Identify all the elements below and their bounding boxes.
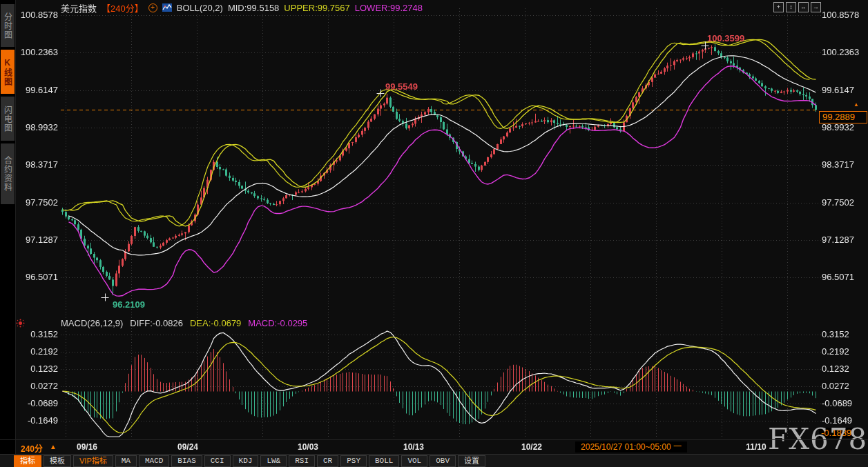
toolbar-button-macd[interactable]: MACD [139, 455, 169, 467]
toolbar-button-kdj[interactable]: KDJ [233, 455, 259, 467]
price-axis-label-right: 99.6147 [822, 85, 854, 95]
swing-high-annotation-1: 99.5549 [385, 81, 418, 92]
indicator-chart-icon[interactable] [162, 3, 172, 12]
toolbar-button-lw&[interactable]: LW& [260, 455, 287, 467]
price-axis-label-right: 97.1287 [822, 235, 854, 245]
price-axis-label-right: 96.5071 [822, 272, 854, 282]
macd-axis-label-left: 0.0272 [15, 381, 58, 391]
price-axis-label-left: 100.8578 [15, 10, 58, 20]
toolbar-button-指标[interactable]: 指标 [14, 455, 41, 467]
toolbar-button-cr[interactable]: CR [317, 455, 338, 467]
toolbar-button-boll[interactable]: BOLL [369, 455, 399, 467]
price-axis-label-left: 98.9932 [15, 122, 58, 132]
scale-x-axis-icon[interactable]: ↔ [798, 2, 809, 12]
toolbar-button-rsi[interactable]: RSI [289, 455, 315, 467]
price-axis-label-right: 98.9932 [822, 122, 854, 132]
date-tick-label: 10/03 [298, 442, 318, 452]
macd-name-label: MACD(26,12,9) [61, 318, 123, 328]
toolbar-button-obv[interactable]: OBV [430, 455, 456, 467]
boll-lower-value: LOWER:99.2748 [355, 3, 423, 13]
chart-type-sidebar: 分时图K线图闪电图合约资料 [0, 0, 16, 467]
macd-axis-label-right: 0.3152 [822, 329, 849, 339]
macd-axis-label-left: 0.3152 [15, 329, 58, 339]
swing-high-annotation-2: 100.3599 [707, 33, 744, 43]
date-tick-label: 10/22 [521, 442, 542, 452]
price-axis-label-left: 100.2363 [15, 47, 58, 57]
price-axis-label-left: 96.5071 [15, 272, 58, 282]
price-marker-icon: ▲ [853, 102, 859, 108]
price-axis-label-right: 98.3717 [822, 159, 854, 170]
time-axis-row: 240分 ▲ 09/1609/2410/0310/1310/2211/10 20… [0, 439, 868, 455]
date-tick-label: 09/24 [177, 442, 198, 452]
date-tick-label: 09/16 [77, 442, 97, 452]
sidebar-tab-1[interactable]: 分时图 [1, 4, 15, 47]
period-selector[interactable]: 240分 [21, 442, 43, 454]
macd-axis-label-left: 0.1232 [15, 364, 58, 374]
macd-axis-label-left: -0.0689 [15, 398, 58, 408]
boll-indicator-label: BOLL(20,2) [177, 3, 223, 13]
period-dropdown-icon[interactable]: ▲ [50, 443, 57, 450]
date-tick-label: 11/10 [746, 442, 766, 452]
instrument-title: 美元指数 [61, 1, 97, 14]
toolbar-button-psy[interactable]: PSY [340, 455, 367, 467]
macd-macd-value: MACD:-0.0295 [248, 318, 307, 328]
macd-dea-value: DEA:-0.0679 [190, 318, 241, 328]
sidebar-tab-3[interactable]: 闪电图 [1, 97, 15, 141]
macd-axis-label-right: -0.0689 [822, 398, 852, 408]
toolbar-button-vip指标[interactable]: VIP指标 [73, 455, 113, 467]
macd-axis-label-right: 0.0272 [822, 381, 849, 391]
price-axis-label-right: 97.7502 [822, 197, 854, 208]
boll-mid-value: MID:99.5158 [228, 3, 279, 13]
price-axis-label-left: 97.7502 [15, 197, 58, 208]
sidebar-tab-2[interactable]: K线图 [1, 50, 15, 94]
price-axis-label-left: 97.1287 [15, 235, 58, 245]
macd-axis-label-right: 0.1232 [822, 364, 849, 374]
macd-axis-label-left: -0.1649 [15, 415, 58, 426]
date-tick-label: 10/13 [403, 442, 424, 452]
toolbar-button-ma[interactable]: MA [115, 455, 137, 467]
macd-axis-label-left: 0.2192 [15, 346, 58, 357]
candlestick-chart-canvas[interactable] [0, 0, 868, 467]
hovered-bar-time-label: 2025/10/27 01:00~05:00 一 [575, 441, 687, 453]
toolbar-button-bias[interactable]: BIAS [171, 455, 202, 467]
macd-diff-value: DIFF:-0.0826 [130, 318, 183, 328]
toolbar-button-vol[interactable]: VOL [401, 455, 427, 467]
chart-header: 美元指数 【240分】 + BOLL(20,2) MID:99.5158 UPP… [61, 2, 423, 13]
toolbar-button-模板[interactable]: 模板 [44, 455, 71, 467]
window-icon-group: +↕↔→ [773, 2, 821, 12]
toolbar-button-设置[interactable]: 设置 [458, 455, 485, 467]
scale-y-axis-icon[interactable]: ↕ [786, 2, 796, 12]
price-axis-label-right: 100.8578 [822, 10, 859, 20]
sidebar-tab-4[interactable]: 合约资料 [1, 143, 15, 204]
price-axis-label-right: 100.2363 [822, 47, 859, 57]
boll-upper-value: UPPER:99.7567 [284, 3, 349, 13]
add-indicator-icon[interactable]: + [148, 3, 157, 12]
price-axis-label-left: 98.3717 [15, 159, 58, 170]
swing-low-annotation: 96.2109 [113, 299, 145, 310]
crosshair-icon[interactable]: + [773, 2, 784, 12]
indicator-settings-icon[interactable] [17, 319, 24, 327]
current-price-box: 99.2889 [819, 111, 867, 123]
fx678-chart-app: 分时图K线图闪电图合约资料 美元指数 【240分】 + BOLL(20,2) M… [0, 0, 868, 467]
restore-view-icon[interactable]: → [811, 2, 821, 12]
macd-header: MACD(26,12,9) DIFF:-0.0826 DEA:-0.0679 M… [61, 318, 307, 328]
indicator-toolbar: 指标模板VIP指标MAMACDBIASCCIKDJLW&RSICRPSYBOLL… [0, 454, 868, 467]
toolbar-button-cci[interactable]: CCI [204, 455, 231, 467]
macd-axis-label-right: 0.2192 [822, 346, 849, 357]
timeframe-label: 【240分】 [102, 1, 144, 14]
price-axis-label-left: 99.6147 [15, 85, 58, 95]
